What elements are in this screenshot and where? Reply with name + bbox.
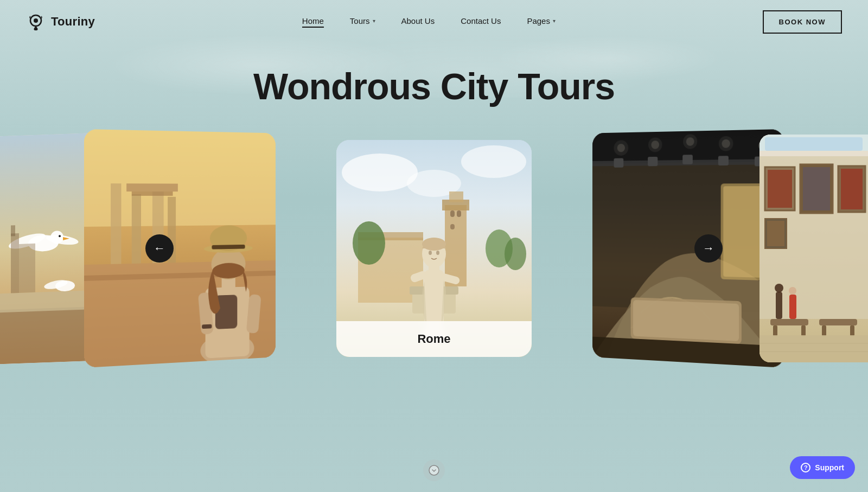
nav-item-tours[interactable]: Tours ▾ — [350, 16, 375, 28]
scroll-down-icon — [429, 465, 439, 476]
gallery-image — [760, 135, 868, 362]
svg-rect-14 — [11, 225, 15, 236]
prev-arrow-icon: ← — [154, 241, 165, 255]
rome-label-text: Rome — [417, 332, 450, 346]
svg-rect-45 — [457, 210, 461, 217]
svg-point-1 — [34, 18, 38, 23]
svg-rect-100 — [841, 169, 863, 209]
nav-item-home[interactable]: Home — [302, 16, 324, 28]
prev-arrow-button[interactable]: ← — [145, 234, 174, 263]
carousel-section: Rome — [0, 124, 868, 373]
svg-rect-97 — [803, 167, 830, 210]
nav-link-pages[interactable]: Pages ▾ — [527, 16, 556, 28]
nav-link-about[interactable]: About Us — [401, 16, 435, 28]
nav-item-pages[interactable]: Pages ▾ — [527, 16, 556, 28]
svg-rect-111 — [760, 335, 868, 362]
support-label: Support — [815, 463, 844, 472]
next-arrow-icon: → — [703, 241, 714, 255]
nav-links: Home Tours ▾ About Us Contact Us Pages ▾ — [302, 16, 556, 28]
nav-item-about[interactable]: About Us — [401, 16, 435, 28]
hero-title: Wondrous City Tours — [0, 65, 868, 107]
book-now-button[interactable]: BOOK NOW — [763, 10, 842, 34]
logo[interactable]: Touriny — [26, 12, 95, 31]
nav-item-contact[interactable]: Contact Us — [461, 16, 501, 28]
svg-rect-116 — [789, 295, 796, 319]
card-center[interactable]: Rome — [336, 140, 532, 357]
card-left — [84, 129, 276, 368]
svg-rect-12 — [11, 233, 19, 293]
svg-rect-103 — [767, 221, 784, 246]
svg-point-60 — [422, 238, 446, 251]
svg-rect-106 — [773, 325, 777, 336]
svg-rect-114 — [776, 292, 782, 319]
support-button[interactable]: ? Support — [790, 456, 855, 479]
scroll-indicator[interactable] — [423, 459, 445, 481]
tours-chevron-icon: ▾ — [373, 18, 375, 24]
svg-point-51 — [505, 238, 526, 270]
svg-rect-41 — [445, 205, 467, 286]
svg-rect-89 — [765, 137, 863, 151]
svg-rect-93 — [768, 170, 792, 208]
svg-rect-107 — [801, 325, 806, 336]
svg-rect-108 — [819, 319, 857, 325]
svg-rect-3 — [0, 306, 98, 364]
svg-point-38 — [342, 154, 418, 191]
nav-link-home[interactable]: Home — [302, 16, 324, 28]
svg-rect-44 — [450, 210, 455, 217]
card-far-right — [760, 135, 868, 362]
svg-rect-46 — [450, 224, 455, 229]
logo-icon — [26, 12, 46, 31]
seagull-image — [0, 133, 98, 364]
support-icon: ? — [801, 463, 810, 472]
svg-point-61 — [429, 251, 432, 255]
svg-point-62 — [436, 251, 439, 255]
next-arrow-button[interactable]: → — [694, 234, 723, 263]
rome-label: Rome — [336, 321, 532, 357]
pages-chevron-icon: ▾ — [553, 18, 556, 24]
card-right — [592, 129, 784, 368]
svg-rect-13 — [19, 244, 35, 293]
carousel-track: Rome — [0, 124, 868, 373]
logo-text: Touriny — [51, 15, 95, 29]
nav-link-contact[interactable]: Contact Us — [461, 16, 501, 28]
ruins-image — [84, 129, 276, 368]
card-far-left — [0, 133, 98, 364]
svg-rect-110 — [850, 325, 854, 336]
svg-point-118 — [429, 465, 439, 475]
svg-point-49 — [353, 221, 385, 265]
svg-rect-109 — [822, 325, 826, 336]
svg-point-115 — [775, 284, 783, 292]
navbar: Touriny Home Tours ▾ About Us Contact Us… — [0, 0, 868, 43]
svg-rect-43 — [449, 191, 463, 202]
svg-rect-105 — [770, 319, 808, 325]
hero-section: Wondrous City Tours — [0, 65, 868, 107]
museum-image — [592, 129, 784, 368]
svg-rect-4 — [0, 290, 98, 312]
svg-point-117 — [789, 287, 796, 295]
nav-link-tours[interactable]: Tours ▾ — [350, 16, 375, 28]
svg-point-39 — [461, 145, 526, 178]
